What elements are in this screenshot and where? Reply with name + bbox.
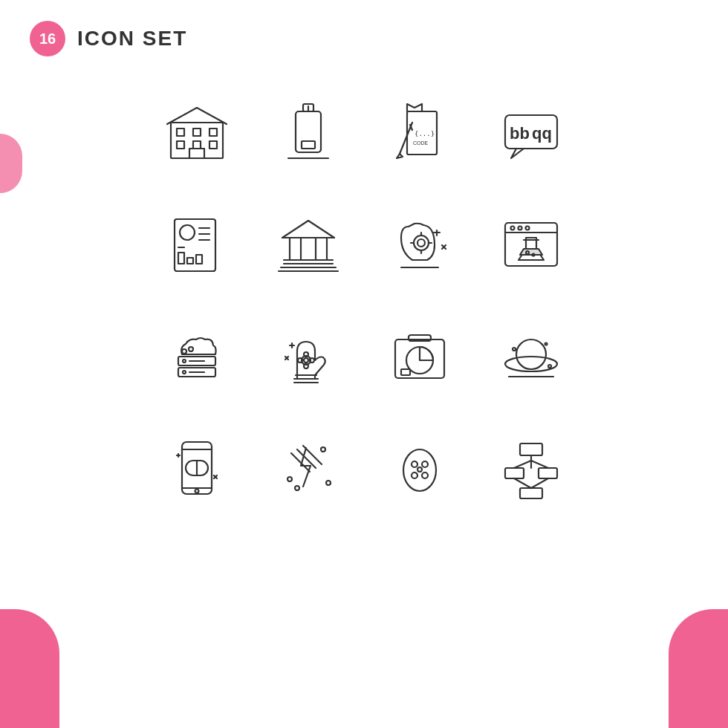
svg-point-75 [310,358,314,363]
svg-text:qq: qq [532,124,552,143]
svg-rect-9 [302,141,315,149]
museum-icon [256,193,360,297]
svg-text:{...}: {...} [415,130,435,137]
svg-point-40 [414,235,429,250]
svg-point-112 [422,472,428,478]
svg-point-105 [295,486,299,490]
svg-point-108 [403,449,436,491]
network-icon [479,416,583,520]
svg-point-41 [417,239,425,247]
easter-egg-icon [368,416,472,520]
svg-point-104 [287,477,292,481]
svg-line-120 [531,461,548,468]
svg-rect-5 [193,141,201,149]
svg-rect-27 [178,253,184,264]
svg-line-121 [514,478,531,488]
ai-brain-icon [368,193,472,297]
lab-browser-icon [479,193,583,297]
svg-rect-1 [177,129,184,136]
svg-point-111 [412,472,417,478]
svg-point-85 [516,339,546,369]
svg-point-71 [304,358,308,363]
corner-decoration-br [669,609,728,728]
svg-rect-117 [520,488,542,498]
svg-rect-4 [177,141,184,149]
svg-line-122 [531,478,548,488]
svg-rect-29 [196,255,202,264]
svg-point-89 [548,365,551,368]
svg-rect-116 [539,468,557,478]
corner-decoration-bl [0,609,59,728]
quote-chat-icon: bb qq [479,82,583,186]
svg-line-103 [291,453,310,472]
badge-number: 16 [30,21,65,56]
icons-grid: {...} CODE bb qq [145,82,583,520]
lightning-icon [256,416,360,520]
svg-point-65 [182,349,186,354]
svg-point-53 [511,227,515,230]
svg-point-72 [304,352,308,357]
svg-rect-7 [189,149,204,158]
resume-icon [145,193,249,297]
svg-rect-2 [193,129,201,136]
svg-rect-6 [209,141,217,149]
svg-point-107 [326,481,331,485]
svg-point-61 [183,360,186,363]
svg-point-90 [545,343,547,345]
svg-text:bb: bb [510,124,530,143]
svg-rect-8 [296,111,321,152]
code-book-icon: {...} CODE [368,82,472,186]
svg-rect-3 [209,129,217,136]
svg-rect-114 [520,443,542,455]
svg-point-88 [513,348,516,351]
svg-marker-15 [397,154,403,158]
svg-point-66 [189,347,193,351]
svg-line-119 [514,461,531,468]
cloud-server-icon [145,305,249,409]
mobile-pill-icon [145,416,249,520]
svg-point-113 [417,467,422,472]
svg-point-73 [304,364,308,368]
page-title: ICON SET [77,27,187,51]
corner-decoration-tl [0,134,22,193]
svg-rect-28 [187,258,193,264]
boiler-icon [256,82,360,186]
svg-point-74 [298,358,302,363]
svg-point-110 [422,461,428,467]
building-icon [145,82,249,186]
design-tool-icon [368,305,472,409]
header: 16 ICON SET [30,21,187,56]
svg-point-23 [180,225,195,240]
svg-point-94 [195,490,199,493]
mitten-icon [256,305,360,409]
svg-rect-115 [505,468,524,478]
svg-text:CODE: CODE [413,140,429,146]
svg-rect-84 [401,369,410,375]
planet-icon [479,305,583,409]
svg-point-54 [519,227,522,230]
svg-point-109 [412,461,417,467]
svg-point-62 [183,371,186,374]
svg-point-106 [321,447,325,452]
svg-point-55 [526,227,530,230]
